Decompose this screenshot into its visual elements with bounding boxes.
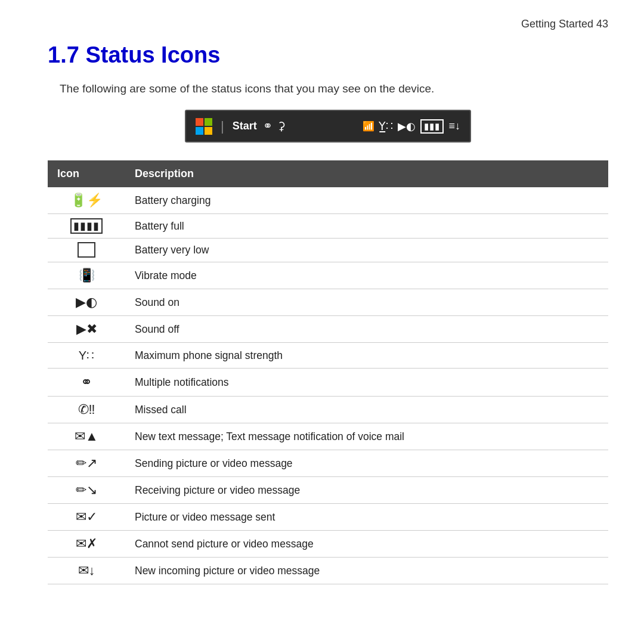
desc-cell: Sending picture or video message	[125, 450, 608, 477]
signal-icon: 📶	[363, 120, 374, 132]
sending-pic-icon: ✏↗	[76, 456, 97, 470]
desc-cell: Sound off	[125, 316, 608, 343]
table-row: ✉✓ Picture or video message sent	[48, 504, 608, 531]
desc-cell: Battery full	[125, 214, 608, 239]
table-row: ✉✗ Cannot send picture or video message	[48, 531, 608, 558]
start-button[interactable]: Start	[233, 120, 257, 132]
table-row: ▶✖ Sound off	[48, 316, 608, 343]
svg-rect-1	[205, 118, 212, 126]
new-incoming-icon: ✉↓	[78, 563, 95, 578]
icon-cell: ▮▮▮▮	[48, 214, 125, 239]
sound-on-icon: ▶◐	[76, 295, 97, 309]
status-icons-group: ⚭ ⚳ 📶 Y̲∷ ▶◐ ▮▮▮ ≡↓	[263, 119, 460, 134]
table-row: ✏↘ Receiving picture or video message	[48, 477, 608, 504]
icon-cell	[48, 239, 125, 262]
table-row: Y∷ Maximum phone signal strength	[48, 343, 608, 369]
icon-cell: ⚭	[48, 369, 125, 397]
receiving-pic-icon: ✏↘	[76, 482, 97, 497]
section-title: 1.7 Status Icons	[48, 42, 608, 68]
table-row: 🔋⚡ Battery charging	[48, 187, 608, 214]
status-bar-mockup: | Start ⚭ ⚳ 📶 Y̲∷ ▶◐ ▮▮▮ ≡↓	[185, 110, 471, 143]
icon-cell: ▶◐	[48, 289, 125, 316]
col-desc-header: Description	[125, 160, 608, 187]
desc-cell: New incoming picture or video message	[125, 558, 608, 584]
battery-charging-icon: 🔋⚡	[70, 193, 103, 208]
table-header: Icon Description	[48, 160, 608, 187]
vibrate-icon: 📳	[79, 268, 95, 283]
icon-cell: ✉▲	[48, 423, 125, 450]
pic-sent-icon: ✉✓	[76, 509, 97, 524]
table-row: ✉▲ New text message; Text message notifi…	[48, 423, 608, 450]
page-number: Getting Started 43	[48, 18, 608, 30]
desc-cell: New text message; Text message notificat…	[125, 423, 608, 450]
page-container: Getting Started 43 1.7 Status Icons The …	[0, 0, 644, 644]
table-row: ✉↓ New incoming picture or video message	[48, 558, 608, 584]
table-row: ▶◐ Sound on	[48, 289, 608, 316]
icon-cell: ✏↘	[48, 477, 125, 504]
status-bar-divider: |	[221, 119, 224, 134]
icon-cell: ✉↓	[48, 558, 125, 584]
menu-icon: ≡↓	[448, 120, 460, 132]
desc-cell: Picture or video message sent	[125, 504, 608, 531]
desc-cell: Vibrate mode	[125, 262, 608, 289]
desc-cell: Battery charging	[125, 187, 608, 214]
bluetooth-icon: ⚳	[277, 119, 286, 133]
table-row: ✆‼ Missed call	[48, 397, 608, 423]
speaker-icon: ▶◐	[398, 120, 416, 133]
desc-cell: Missed call	[125, 397, 608, 423]
desc-cell: Maximum phone signal strength	[125, 343, 608, 369]
table-row: ✏↗ Sending picture or video message	[48, 450, 608, 477]
table-row: 📳 Vibrate mode	[48, 262, 608, 289]
table-body: 🔋⚡ Battery charging ▮▮▮▮ Battery full Ba…	[48, 187, 608, 584]
icon-cell: ✉✓	[48, 504, 125, 531]
sound-off-icon: ▶✖	[76, 321, 97, 336]
svg-rect-3	[205, 127, 212, 135]
notification-icon: ⚭	[263, 119, 273, 133]
svg-rect-2	[196, 127, 203, 135]
desc-cell: Battery very low	[125, 239, 608, 262]
table-row: Battery very low	[48, 239, 608, 262]
battery-icon: ▮▮▮	[420, 119, 444, 134]
icon-cell: 📳	[48, 262, 125, 289]
table-row: ⚭ Multiple notifications	[48, 369, 608, 397]
table-row: ▮▮▮▮ Battery full	[48, 214, 608, 239]
desc-cell: Receiving picture or video message	[125, 477, 608, 504]
windows-logo-icon	[196, 118, 212, 135]
intro-text: The following are some of the status ico…	[60, 82, 608, 95]
svg-rect-0	[196, 118, 203, 126]
missed-call-icon: ✆‼	[78, 402, 95, 417]
cannot-send-icon: ✉✗	[76, 536, 97, 551]
signal-strength-icon: Y∷	[79, 349, 94, 362]
desc-cell: Cannot send picture or video message	[125, 531, 608, 558]
icon-cell: ✆‼	[48, 397, 125, 423]
notifications-icon: ⚭	[80, 374, 92, 390]
battery-low-icon	[78, 242, 95, 258]
desc-cell: Multiple notifications	[125, 369, 608, 397]
icon-cell: ▶✖	[48, 316, 125, 343]
icon-cell: ✏↗	[48, 450, 125, 477]
icon-cell: 🔋⚡	[48, 187, 125, 214]
status-icons-table: Icon Description 🔋⚡ Battery charging ▮▮▮…	[48, 160, 608, 584]
new-text-icon: ✉▲	[75, 429, 98, 444]
icon-cell: Y∷	[48, 343, 125, 369]
signal-bars-icon: Y̲∷	[379, 119, 393, 133]
desc-cell: Sound on	[125, 289, 608, 316]
col-icon-header: Icon	[48, 160, 125, 187]
icon-cell: ✉✗	[48, 531, 125, 558]
battery-full-icon: ▮▮▮▮	[70, 218, 103, 234]
